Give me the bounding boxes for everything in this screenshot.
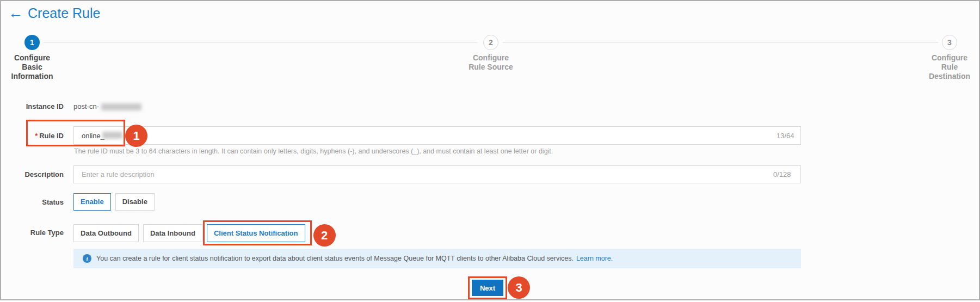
instance-id-label: Instance ID: [1, 102, 64, 110]
step-2-label: Configure Rule Source: [466, 53, 515, 72]
info-banner-text: You can create a rule for client status …: [96, 255, 574, 262]
stepper-connector: [503, 42, 938, 43]
stepper-connector: [44, 42, 478, 43]
page-header: ← Create Rule: [8, 4, 100, 22]
next-button[interactable]: Next: [472, 280, 503, 296]
rule-type-data-outbound-button[interactable]: Data Outbound: [73, 224, 139, 242]
step-3-label: Configure Rule Destination: [926, 53, 973, 81]
info-banner: i You can create a rule for client statu…: [73, 249, 801, 268]
rule-id-redaction: [102, 132, 122, 139]
instance-id-value: post-cn-: [73, 102, 99, 110]
step-3-circle: 3: [942, 35, 957, 50]
step-1-label: Configure Basic Information: [8, 53, 56, 81]
info-icon: i: [83, 254, 91, 263]
instance-id-redaction: [101, 103, 141, 110]
rule-type-client-status-notification-button[interactable]: Client Status Notification: [207, 224, 305, 242]
rule-id-label: *Rule ID: [1, 132, 64, 140]
status-label: Status: [1, 198, 64, 206]
description-counter: 0/128: [773, 170, 791, 178]
description-label: Description: [1, 170, 64, 178]
rule-id-help-text: The rule ID must be 3 to 64 characters i…: [74, 147, 553, 155]
learn-more-link[interactable]: Learn more.: [576, 255, 613, 262]
required-asterisk: *: [35, 132, 38, 140]
rule-type-data-inbound-button[interactable]: Data Inbound: [143, 224, 202, 242]
annotation-badge-3: 3: [508, 276, 530, 299]
description-input[interactable]: [73, 165, 801, 183]
next-button-wrap: Next 3: [472, 280, 503, 296]
page-title: Create Rule: [28, 4, 100, 22]
status-disable-button[interactable]: Disable: [115, 193, 155, 211]
create-rule-page: ← Create Rule 1 Configure Basic Informat…: [0, 0, 980, 300]
step-2-circle: 2: [483, 35, 498, 50]
rule-id-counter: 13/64: [776, 132, 794, 140]
back-arrow-icon[interactable]: ←: [8, 5, 23, 21]
annotation-badge-2: 2: [313, 224, 336, 246]
status-enable-button[interactable]: Enable: [73, 193, 111, 211]
step-1-circle: 1: [24, 35, 40, 50]
rule-type-selected-wrap: Client Status Notification 2: [207, 224, 305, 242]
rule-id-input[interactable]: [73, 126, 801, 145]
rule-type-label: Rule Type: [1, 229, 64, 237]
